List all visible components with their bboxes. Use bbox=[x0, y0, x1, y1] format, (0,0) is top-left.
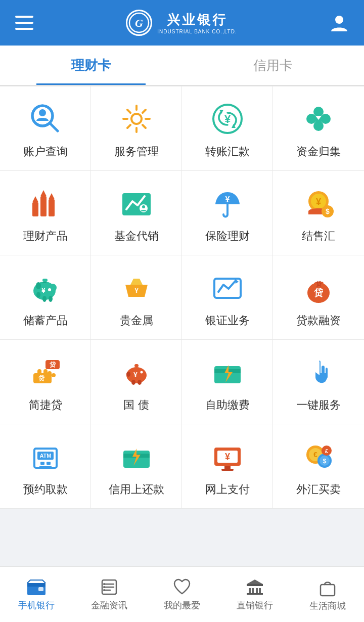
list-icon bbox=[100, 578, 118, 596]
svg-rect-1 bbox=[15, 22, 33, 24]
svg-line-17 bbox=[143, 110, 146, 113]
treasury-bond-label: 国 债 bbox=[123, 397, 149, 413]
grid-item-account-query[interactable]: 账户查询 bbox=[0, 86, 91, 171]
nav-mobile-bank-label: 手机银行 bbox=[18, 599, 55, 611]
loan-icon: 贷 贷 bbox=[300, 270, 337, 306]
svg-text:¥: ¥ bbox=[133, 371, 138, 379]
grid-item-forex[interactable]: € $ £ 外汇买卖 bbox=[273, 424, 364, 509]
grid-item-transfer[interactable]: ¥ 转账汇款 bbox=[182, 86, 273, 171]
precious-metal-icon: ¥ bbox=[118, 270, 155, 306]
online-pay-icon: ¥ bbox=[209, 438, 246, 475]
svg-text:贷: 贷 bbox=[314, 288, 324, 298]
grid-item-one-service[interactable]: 一键服务 bbox=[273, 340, 364, 424]
svg-line-8 bbox=[50, 123, 58, 131]
self-pay-label: 自助缴费 bbox=[205, 397, 250, 413]
grid-item-self-pay[interactable]: 自助缴费 bbox=[182, 340, 273, 424]
grid-item-fund-collect[interactable]: 资金归集 bbox=[273, 86, 364, 171]
svg-text:$: $ bbox=[323, 458, 327, 465]
svg-rect-68 bbox=[52, 373, 56, 377]
nav-life-mall[interactable]: 生活商城 bbox=[291, 567, 364, 622]
grid-item-savings[interactable]: ¥ 储蓄产品 bbox=[0, 255, 91, 340]
svg-point-7 bbox=[39, 109, 46, 116]
one-service-icon bbox=[300, 354, 337, 390]
svg-rect-89 bbox=[47, 462, 51, 465]
svg-rect-76 bbox=[135, 365, 138, 369]
svg-point-10 bbox=[131, 114, 142, 124]
svg-text:¥: ¥ bbox=[224, 452, 230, 462]
grid-item-settlement[interactable]: ¥ $ 结售汇 bbox=[273, 171, 364, 255]
fund-collect-label: 资金归集 bbox=[296, 144, 341, 159]
nav-direct-bank-label: 直销银行 bbox=[237, 599, 273, 611]
svg-point-52 bbox=[48, 288, 51, 291]
atm-icon: ATM bbox=[27, 438, 64, 475]
one-service-label: 一键服务 bbox=[296, 397, 341, 413]
grid-item-wealth-product[interactable]: 理财产品 bbox=[0, 171, 91, 255]
svg-marker-117 bbox=[247, 580, 263, 584]
fund-collect-icon bbox=[300, 101, 337, 137]
svg-rect-30 bbox=[40, 196, 47, 216]
settlement-label: 结售汇 bbox=[302, 229, 335, 244]
svg-text:¥: ¥ bbox=[225, 195, 230, 204]
transfer-label: 转账汇款 bbox=[205, 144, 250, 159]
svg-text:¥: ¥ bbox=[316, 197, 321, 207]
svg-rect-122 bbox=[247, 584, 263, 586]
service-manage-icon bbox=[118, 101, 155, 137]
svg-rect-109 bbox=[38, 587, 43, 591]
quick-loan-label: 简捷贷 bbox=[29, 397, 62, 413]
grid-item-securities[interactable]: 银证业务 bbox=[182, 255, 273, 340]
grid-item-precious-metal[interactable]: ¥ 贵金属 bbox=[91, 255, 182, 340]
svg-rect-121 bbox=[259, 588, 261, 593]
grid-item-atm[interactable]: ATM 预约取款 bbox=[0, 424, 91, 509]
user-icon[interactable] bbox=[330, 13, 349, 32]
svg-rect-120 bbox=[256, 588, 258, 593]
menu-button[interactable] bbox=[15, 16, 33, 30]
svg-rect-0 bbox=[15, 16, 33, 18]
nav-mobile-bank[interactable]: 手机银行 bbox=[0, 567, 73, 622]
credit-repay-label: 信用上还款 bbox=[109, 482, 164, 497]
svg-text:¥: ¥ bbox=[224, 113, 231, 125]
svg-text:$: $ bbox=[326, 207, 330, 215]
bank-name-cn: 兴业银行 bbox=[157, 11, 237, 29]
online-pay-label: 网上支付 bbox=[205, 482, 250, 497]
grid-item-fund-sales[interactable]: 基金代销 bbox=[91, 171, 182, 255]
tab-xinyong[interactable]: 信用卡 bbox=[182, 46, 364, 85]
svg-point-77 bbox=[126, 372, 130, 377]
grid-item-treasury-bond[interactable]: ¥ 国 债 bbox=[91, 340, 182, 424]
nav-favorites-label: 我的最爱 bbox=[164, 599, 200, 611]
svg-point-78 bbox=[131, 380, 135, 385]
nav-favorites[interactable]: 我的最爱 bbox=[146, 567, 218, 622]
heart-icon bbox=[172, 578, 192, 596]
svg-point-80 bbox=[140, 371, 143, 374]
grid-item-online-pay[interactable]: ¥ 网上支付 bbox=[182, 424, 273, 509]
grid-item-quick-loan[interactable]: 贷 贷 简捷贷 bbox=[0, 340, 91, 424]
tab-liancai[interactable]: 理财卡 bbox=[0, 46, 182, 85]
nav-finance-news[interactable]: 金融资讯 bbox=[73, 567, 146, 622]
securities-icon bbox=[209, 270, 246, 306]
wealth-product-label: 理财产品 bbox=[23, 229, 68, 244]
grid-item-credit-repay[interactable]: 信用上还款 bbox=[91, 424, 182, 509]
nav-direct-bank[interactable]: 直销银行 bbox=[218, 567, 291, 622]
svg-marker-32 bbox=[32, 196, 38, 202]
svg-point-37 bbox=[142, 205, 145, 208]
grid-item-service-manage[interactable]: 服务管理 bbox=[91, 86, 182, 171]
fund-sales-label: 基金代销 bbox=[114, 229, 159, 244]
securities-label: 银证业务 bbox=[205, 313, 250, 328]
svg-marker-34 bbox=[49, 193, 55, 199]
svg-point-54 bbox=[36, 282, 41, 289]
svg-line-16 bbox=[143, 125, 146, 128]
svg-text:£: £ bbox=[325, 448, 328, 454]
svg-text:贷: 贷 bbox=[50, 361, 56, 368]
bottom-nav: 手机银行 金融资讯 我的最爱 bbox=[0, 566, 364, 622]
forex-label: 外汇买卖 bbox=[296, 482, 341, 497]
svg-rect-90 bbox=[39, 466, 52, 468]
svg-point-116 bbox=[103, 589, 105, 591]
nav-life-mall-label: 生活商城 bbox=[309, 600, 346, 612]
grid-item-insurance[interactable]: ¥ 保险理财 bbox=[182, 171, 273, 255]
svg-text:¥: ¥ bbox=[41, 286, 46, 294]
svg-rect-2 bbox=[15, 28, 33, 30]
grid-item-loan[interactable]: 贷 贷 贷款融资 bbox=[273, 255, 364, 340]
precious-metal-label: 贵金属 bbox=[120, 313, 153, 328]
svg-text:贷: 贷 bbox=[316, 281, 322, 287]
svg-text:贷: 贷 bbox=[38, 375, 45, 382]
svg-rect-88 bbox=[40, 462, 44, 465]
